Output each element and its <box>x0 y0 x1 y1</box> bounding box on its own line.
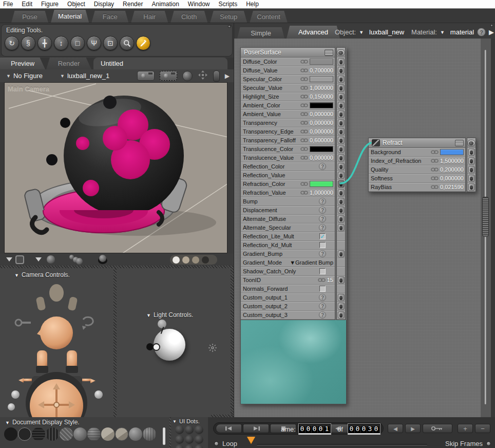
checkbox[interactable] <box>319 242 326 248</box>
param-row-Normals_Forward[interactable]: Normals_Forward <box>241 285 335 293</box>
twist-tool[interactable]: § <box>21 36 35 50</box>
param-value[interactable]: 0,600000 <box>310 137 333 143</box>
menu-object[interactable]: Object <box>67 1 85 8</box>
frame-forward-button[interactable]: ▶ <box>405 424 421 433</box>
param-row-Refraction_Color[interactable]: Refraction_Color <box>241 180 335 189</box>
collapse-triangle-icon[interactable]: ▼ <box>173 419 177 424</box>
param-row-Specular_Value[interactable]: Specular_Value1,000000 <box>241 84 335 92</box>
camera-controls-cluster[interactable] <box>0 277 113 417</box>
preview-viewport[interactable]: Main Camera <box>4 82 227 253</box>
ui-dot[interactable] <box>175 425 184 434</box>
param-row-Reflection_Lite_Mult[interactable]: Reflection_Lite_Mult✓ <box>241 232 335 241</box>
param-row-Reflection_Value[interactable]: Reflection_Value <box>241 171 335 180</box>
checkbox[interactable]: ✓ <box>319 233 326 239</box>
param-row-Transparency[interactable]: Transparency0,000000 <box>241 119 335 127</box>
param-row-Gradient_Bump[interactable]: Gradient_Bump? <box>241 250 335 258</box>
translate-in-out-tool[interactable]: ↕ <box>54 36 68 50</box>
menu-window[interactable]: Window <box>188 1 210 8</box>
camera-trackball-icon[interactable] <box>182 71 193 81</box>
param-row-Background[interactable]: Background <box>369 148 465 157</box>
timeline-groove[interactable] <box>257 444 427 445</box>
param-row-Highlight_Size[interactable]: Highlight_Size0,150000 <box>241 92 335 101</box>
output-plug-RayBias[interactable] <box>468 183 475 191</box>
go-last-button[interactable] <box>243 424 269 433</box>
menu-help[interactable]: Help <box>246 1 259 8</box>
shader-graph-canvas[interactable]: PoserSurface Diffuse_ColorDiffuse_Value0… <box>234 39 481 417</box>
loop-toggle-dot[interactable] <box>214 441 219 446</box>
chain-break-tool[interactable]: ⊡ <box>103 36 118 50</box>
dropdown-value[interactable]: ▼Gradient Bump <box>290 259 333 266</box>
connect-node-icon[interactable]: ? <box>319 250 326 257</box>
param-row-ToonID[interactable]: ToonID15 <box>241 276 335 285</box>
display-style-cartoon[interactable] <box>101 427 115 441</box>
shadow-sphere-icon[interactable] <box>97 255 108 264</box>
connect-node-icon[interactable]: ? <box>319 294 326 301</box>
param-value[interactable]: 0,000000 <box>310 128 333 135</box>
color-swatch[interactable] <box>310 76 333 82</box>
output-plug-Specular_Value[interactable] <box>338 84 345 91</box>
chevron-down-icon[interactable]: ▼ <box>440 30 445 35</box>
display-style-flat-shaded[interactable] <box>73 427 87 441</box>
param-row-Translucence_Value[interactable]: Translucence_Value0,000000 <box>241 154 335 162</box>
collapse-triangle-icon[interactable]: ▼ <box>146 313 151 318</box>
go-first-button[interactable] <box>216 424 242 433</box>
param-row-Bump[interactable]: Bump? <box>241 197 335 206</box>
output-plug-Ambient_Color[interactable] <box>338 102 345 109</box>
output-plug-ToonID[interactable] <box>338 276 345 284</box>
output-plug-Alternate_Specular[interactable] <box>338 224 345 231</box>
camera-flyaround-icon[interactable] <box>137 71 155 81</box>
help-button[interactable]: ? <box>477 28 486 36</box>
connect-node-icon[interactable]: ? <box>319 207 326 214</box>
tracking-box-icon[interactable] <box>15 255 24 264</box>
light-select-dot-active[interactable] <box>153 343 160 351</box>
menu-file[interactable]: File <box>3 1 13 8</box>
resize-handle[interactable] <box>490 24 493 27</box>
output-plug-Transparency_Edge[interactable] <box>338 128 345 135</box>
chevron-down-icon[interactable]: ▼ <box>359 30 364 35</box>
room-tab-material[interactable]: Material <box>51 10 89 23</box>
menu-edit[interactable]: Edit <box>22 1 32 8</box>
total-frames-counter[interactable]: 00030 <box>348 423 380 435</box>
node-menu-icon[interactable] <box>325 49 333 56</box>
color-swatch[interactable] <box>310 102 333 108</box>
node-preview-toggle-icon[interactable] <box>337 49 345 56</box>
frame-counter[interactable]: 00001 <box>298 423 331 435</box>
sun-icon[interactable] <box>208 343 217 352</box>
param-row-Displacement[interactable]: Displacement? <box>241 206 335 215</box>
output-plug-Softness[interactable] <box>468 175 475 182</box>
param-row-RayBias[interactable]: RayBias0,021590 <box>369 183 465 192</box>
param-value[interactable]: 15 <box>327 277 333 283</box>
connect-node-icon[interactable]: ? <box>319 311 326 319</box>
menu-animation[interactable]: Animation <box>151 1 179 8</box>
figure-menu[interactable]: ▼ No Figure <box>6 72 43 80</box>
param-value[interactable]: 0,200000 <box>440 166 464 173</box>
frame-back-button[interactable]: ◀ <box>388 424 403 433</box>
output-plug-Translucence_Color[interactable] <box>338 145 345 153</box>
param-value[interactable]: 1,000000 <box>310 85 333 91</box>
room-tab-hair[interactable]: Hair <box>131 11 168 23</box>
timeline-marker[interactable] <box>247 437 255 444</box>
camera-select-icon[interactable] <box>160 71 177 81</box>
display-dot-white[interactable] <box>173 256 180 264</box>
color-picker-tool[interactable] <box>136 36 150 50</box>
output-plug-Refraction_Color[interactable] <box>338 180 345 188</box>
resize-handle[interactable] <box>228 25 231 28</box>
param-row-Translucence_Color[interactable]: Translucence_Color <box>241 145 335 154</box>
param-row-Ambient_Color[interactable]: Ambient_Color <box>241 101 335 110</box>
ui-dot[interactable] <box>195 435 203 444</box>
ui-dot[interactable] <box>185 435 194 444</box>
param-value[interactable]: 0,150000 <box>310 94 333 100</box>
actor-menu[interactable]: ▼ luxball_new_1 <box>60 72 109 80</box>
param-row-Alternate_Specular[interactable]: Alternate_Specular? <box>241 223 335 232</box>
param-value[interactable]: 0,000000 <box>310 111 333 117</box>
object-value[interactable]: luxball_new <box>369 28 404 36</box>
param-row-Ambient_Value[interactable]: Ambient_Value0,000000 <box>241 110 335 119</box>
param-value[interactable]: 0,021590 <box>440 184 464 190</box>
ui-dot[interactable] <box>195 445 203 448</box>
connect-node-icon[interactable]: ? <box>319 198 326 205</box>
collapse-triangle-icon[interactable]: ▼ <box>5 420 10 425</box>
tab-simple[interactable]: Simple <box>237 27 284 39</box>
param-row-Custom_output_1[interactable]: Custom_output_1? <box>241 293 335 302</box>
display-style-slider[interactable] <box>163 427 165 445</box>
menu-figure[interactable]: Figure <box>41 1 59 8</box>
